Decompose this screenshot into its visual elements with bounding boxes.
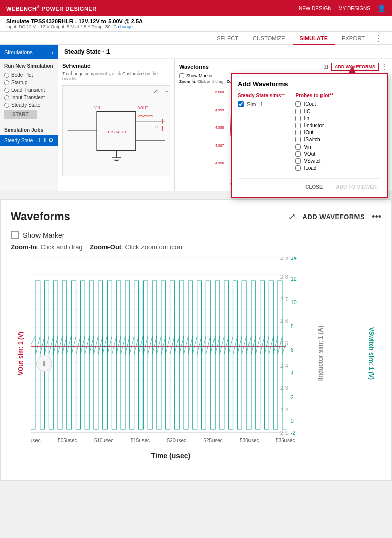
y-mid-label: IInductor sim: 1 (A): [317, 326, 324, 381]
sim-checkbox-1[interactable]: [238, 101, 244, 107]
header-actions: NEW DESIGN MY DESIGNS 👤: [299, 4, 386, 12]
zoom-out-icon[interactable]: -: [166, 88, 168, 95]
probe-vin: Vin: [295, 144, 333, 150]
probe-iic-cb[interactable]: [295, 109, 301, 114]
chart-svg: 0 1 2 3 4 5 6 7 8 9 10 -2 0 2 4 6 8 10 1…: [31, 257, 310, 450]
probe-vout: VOut: [295, 151, 333, 157]
zoom-in-icon[interactable]: +: [160, 88, 164, 95]
sim-banner: Simulate TPSS4320RHLR - 12V-12V to 5.00V…: [0, 16, 392, 32]
popup-cols: Steady State sims** Sim - 1 Probes to pl…: [238, 93, 381, 172]
svg-text:VIN: VIN: [94, 106, 100, 110]
svg-text:12: 12: [291, 276, 297, 282]
change-link[interactable]: change: [118, 24, 133, 29]
radio-steady-input[interactable]: [4, 103, 9, 108]
svg-text:6: 6: [291, 347, 294, 353]
probe-vin-cb[interactable]: [295, 144, 301, 150]
svg-text:L: L: [69, 125, 71, 129]
add-waveforms-popup: Add Waveforms Steady State sims** Sim - …: [231, 73, 388, 198]
probe-iin: Iin: [295, 116, 333, 121]
probe-icout-cb[interactable]: [295, 101, 301, 107]
expand-icon[interactable]: ⤢: [288, 211, 296, 222]
probe-iout-cb[interactable]: [295, 130, 301, 135]
chart-x-title: Time (usec): [151, 452, 191, 460]
svg-text:520usec: 520usec: [167, 438, 186, 443]
user-icon[interactable]: 👤: [377, 4, 386, 12]
zoom-fit-icon[interactable]: ⤢: [153, 88, 158, 95]
job-settings-icon[interactable]: ⚙: [48, 137, 54, 144]
y-left-axis: VOut sim: 1 (V): [11, 257, 31, 450]
probe-vout-cb[interactable]: [295, 151, 301, 157]
tab-select[interactable]: SELECT: [209, 32, 245, 45]
schematic-diagram: ⤢ + - TPSS4320: [62, 85, 170, 176]
start-button[interactable]: START: [4, 110, 37, 119]
panels: Schematic To change components, click Cu…: [58, 59, 392, 191]
popup-title: Add Waveforms: [238, 80, 381, 88]
probe-iload-cb[interactable]: [295, 165, 301, 171]
tab-simulate[interactable]: SIMULATE: [293, 32, 335, 45]
y-left-label: VOut sim: 1 (V): [17, 332, 24, 375]
y-right-label: VSwitch sim: 1 (V): [368, 327, 375, 380]
chart-main: 0 1 2 3 4 5 6 7 8 9 10 -2 0 2 4 6 8 10 1…: [31, 257, 310, 450]
nav-more-icon[interactable]: ⋮: [372, 33, 386, 43]
show-marker-bottom: Show Marker: [11, 231, 381, 239]
radio-input-input[interactable]: [4, 95, 9, 100]
radio-startup-input[interactable]: [4, 80, 9, 85]
tab-export[interactable]: EXPORT: [335, 32, 372, 45]
marker-checkbox-bottom[interactable]: [11, 231, 19, 239]
add-waveforms-bottom-btn[interactable]: ADD WAVEFORMS: [303, 213, 365, 221]
schematic-subtitle: To change components, click Customize on…: [62, 71, 170, 81]
svg-text:5.000: 5.000: [215, 90, 224, 94]
waveforms-top-title: Waveforms: [179, 64, 209, 70]
svg-text:2.8: 2.8: [280, 274, 288, 280]
svg-text:10: 10: [291, 299, 297, 305]
popup-close-btn[interactable]: CLOSE: [301, 183, 327, 191]
sidebar-collapse-btn[interactable]: ‹: [51, 48, 54, 56]
job-icons: ℹ ⚙: [44, 137, 54, 144]
svg-text:4: 4: [291, 370, 294, 376]
probe-iswitch-cb[interactable]: [295, 137, 301, 142]
chart-container: VOut sim: 1 (V) IInductor sim: 1 (A) VSw…: [11, 257, 381, 470]
download-icon[interactable]: ⬇: [36, 355, 52, 372]
more-icon-bottom[interactable]: •••: [372, 211, 381, 222]
probe-iinductor-cb[interactable]: [295, 123, 301, 128]
show-marker-top-checkbox[interactable]: [179, 73, 184, 78]
svg-text:C: C: [155, 125, 158, 129]
waveforms-top-more[interactable]: ⋮: [382, 63, 388, 70]
probe-iinductor: IInductor: [295, 123, 333, 128]
radio-load-input[interactable]: [4, 88, 9, 93]
radio-input: Input Transient: [4, 95, 54, 100]
radio-input-label: Input Transient: [11, 95, 45, 100]
svg-text:2.4: 2.4: [280, 363, 288, 369]
radio-startup: Startup: [4, 80, 54, 85]
tab-customize[interactable]: CUSTOMIZE: [245, 32, 293, 45]
sim-info: Input: DC 12 V - 12 V Output: 5 V at 2.5…: [6, 24, 143, 29]
run-sim-title: Run New Simulation: [4, 63, 54, 69]
app-header: WEBENCH® POWER DESIGNER NEW DESIGN MY DE…: [0, 0, 392, 16]
svg-text:2.7: 2.7: [280, 296, 288, 302]
svg-text:4.999: 4.999: [215, 108, 224, 112]
sidebar: Simulations ‹ Run New Simulation Bode Pl…: [0, 45, 58, 191]
bottom-section: Waveforms ⤢ ADD WAVEFORMS ••• Show Marke…: [0, 199, 392, 481]
schematic-controls: ⤢ + -: [153, 88, 168, 95]
probe-iin-cb[interactable]: [295, 116, 301, 121]
bottom-title: Waveforms: [11, 210, 70, 223]
show-marker-top-label: Show Marker: [186, 73, 213, 78]
popup-col-sims: Steady State sims** Sim - 1: [238, 93, 285, 172]
radio-bode-label: Bode Plot: [11, 72, 33, 78]
nav-tabs: SELECT CUSTOMIZE SIMULATE EXPORT ⋮: [0, 32, 392, 45]
job-info-icon[interactable]: ℹ: [44, 137, 46, 144]
y-mid-axis: IInductor sim: 1 (A): [310, 257, 331, 450]
svg-text:2.2: 2.2: [280, 407, 288, 413]
probe-vswitch-cb[interactable]: [295, 158, 301, 164]
waveforms-top-icon1[interactable]: ⊞: [323, 63, 328, 70]
radio-bode-input[interactable]: [4, 73, 9, 78]
probe-iic: IIC: [295, 109, 333, 114]
bottom-header: Waveforms ⤢ ADD WAVEFORMS •••: [11, 210, 381, 223]
sim-job-item[interactable]: Steady State - 1 ℹ ⚙: [0, 135, 58, 146]
my-designs-btn[interactable]: MY DESIGNS: [338, 6, 370, 11]
popup-col-probes: Probes to plot** ICout IIC Iin IInductor…: [295, 93, 333, 172]
zoom-hint-bottom: Zoom-In: Click and drag Zoom-Out: Click …: [11, 243, 381, 251]
popup-add-btn[interactable]: ADD TO VIEWER: [332, 183, 381, 191]
svg-text:2.9: 2.9: [280, 257, 288, 261]
new-design-btn[interactable]: NEW DESIGN: [299, 6, 331, 11]
